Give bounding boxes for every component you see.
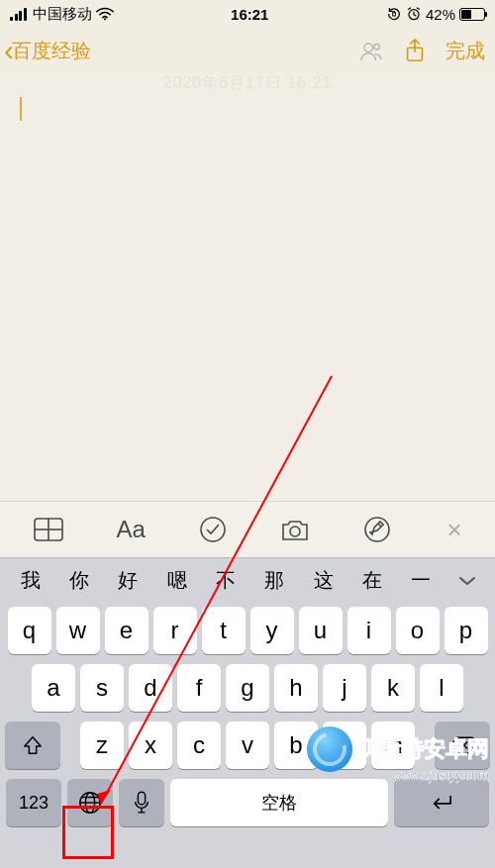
- battery-pct-label: 42%: [426, 6, 455, 23]
- status-bar: 中国移动 16:21 42%: [0, 0, 495, 28]
- key-i[interactable]: i: [347, 607, 391, 654]
- done-button[interactable]: 完成: [446, 38, 485, 64]
- key-u[interactable]: u: [299, 607, 343, 654]
- return-icon: [428, 793, 455, 813]
- key-t[interactable]: t: [202, 607, 246, 654]
- clock-label: 16:21: [231, 6, 268, 23]
- key-n[interactable]: n: [323, 722, 366, 769]
- key-l[interactable]: l: [420, 664, 463, 712]
- key-h[interactable]: h: [274, 664, 318, 712]
- svg-point-9: [201, 518, 225, 541]
- numbers-key[interactable]: 123: [6, 779, 61, 826]
- svg-point-4: [374, 45, 380, 50]
- candidate[interactable]: 我: [21, 567, 41, 594]
- dismiss-keyboard-button[interactable]: ×: [446, 515, 461, 545]
- svg-point-3: [364, 44, 372, 51]
- key-c[interactable]: c: [177, 722, 221, 769]
- text-cursor: [20, 97, 22, 121]
- chevron-down-icon: [457, 574, 477, 588]
- alarm-icon: [406, 6, 422, 22]
- camera-button[interactable]: [275, 517, 315, 542]
- svg-rect-1: [393, 13, 396, 16]
- candidate[interactable]: 好: [118, 567, 138, 594]
- svg-point-10: [290, 527, 300, 536]
- key-s[interactable]: s: [80, 664, 124, 712]
- shift-key[interactable]: [5, 722, 60, 769]
- mic-icon: [133, 790, 150, 816]
- candidate[interactable]: 不: [216, 567, 236, 594]
- key-g[interactable]: g: [226, 664, 269, 712]
- key-v[interactable]: v: [226, 722, 269, 769]
- battery-icon: [459, 8, 485, 21]
- draw-button[interactable]: [357, 515, 397, 544]
- status-left: 中国移动: [10, 5, 114, 24]
- note-content-area[interactable]: 2020年6月17日 16:21: [0, 73, 495, 501]
- key-k[interactable]: k: [371, 664, 415, 712]
- candidate[interactable]: 嗯: [167, 567, 187, 594]
- svg-rect-15: [138, 792, 145, 805]
- key-w[interactable]: w: [56, 607, 100, 654]
- key-m[interactable]: m: [371, 722, 415, 769]
- back-button[interactable]: ‹ 百度经验: [4, 36, 91, 65]
- carrier-label: 中国移动: [33, 5, 92, 24]
- key-e[interactable]: e: [105, 607, 148, 654]
- share-icon[interactable]: [402, 38, 428, 63]
- delete-key[interactable]: [435, 722, 490, 769]
- format-button[interactable]: Aa: [111, 516, 150, 543]
- collaborate-icon[interactable]: [358, 38, 384, 63]
- orientation-lock-icon: [386, 6, 402, 22]
- key-o[interactable]: o: [396, 607, 440, 654]
- status-right: 42%: [386, 6, 485, 23]
- candidate[interactable]: 一: [411, 567, 431, 594]
- return-key[interactable]: [394, 779, 489, 826]
- expand-candidates-button[interactable]: [446, 574, 489, 588]
- delete-icon: [449, 735, 475, 755]
- key-r[interactable]: r: [153, 607, 197, 654]
- key-y[interactable]: y: [250, 607, 294, 654]
- notes-toolbar: Aa ×: [0, 502, 495, 557]
- shift-icon: [22, 734, 44, 756]
- note-date: 2020年6月17日 16:21: [163, 73, 333, 94]
- signal-icon: [10, 8, 27, 21]
- key-d[interactable]: d: [129, 664, 172, 712]
- key-p[interactable]: p: [445, 607, 488, 654]
- svg-point-0: [103, 18, 105, 20]
- dictation-key[interactable]: [119, 779, 164, 826]
- wifi-icon: [96, 7, 114, 21]
- back-label: 百度经验: [12, 38, 91, 64]
- key-x[interactable]: x: [129, 722, 172, 769]
- key-z[interactable]: z: [80, 722, 124, 769]
- table-button[interactable]: [29, 517, 68, 542]
- space-key[interactable]: 空格: [170, 779, 388, 826]
- checklist-button[interactable]: [193, 515, 233, 544]
- key-q[interactable]: q: [8, 607, 51, 654]
- candidate[interactable]: 在: [362, 567, 382, 594]
- candidate[interactable]: 这: [314, 567, 334, 594]
- candidate[interactable]: 那: [264, 567, 284, 594]
- annotation-highlight-box: [62, 806, 114, 859]
- key-b[interactable]: b: [274, 722, 318, 769]
- key-a[interactable]: a: [32, 664, 75, 712]
- candidate-bar: 我 你 好 嗯 不 那 这 在 一: [0, 557, 495, 603]
- nav-bar: ‹ 百度经验 完成: [0, 28, 495, 73]
- candidate[interactable]: 你: [69, 567, 89, 594]
- key-f[interactable]: f: [177, 664, 221, 712]
- key-j[interactable]: j: [323, 664, 366, 712]
